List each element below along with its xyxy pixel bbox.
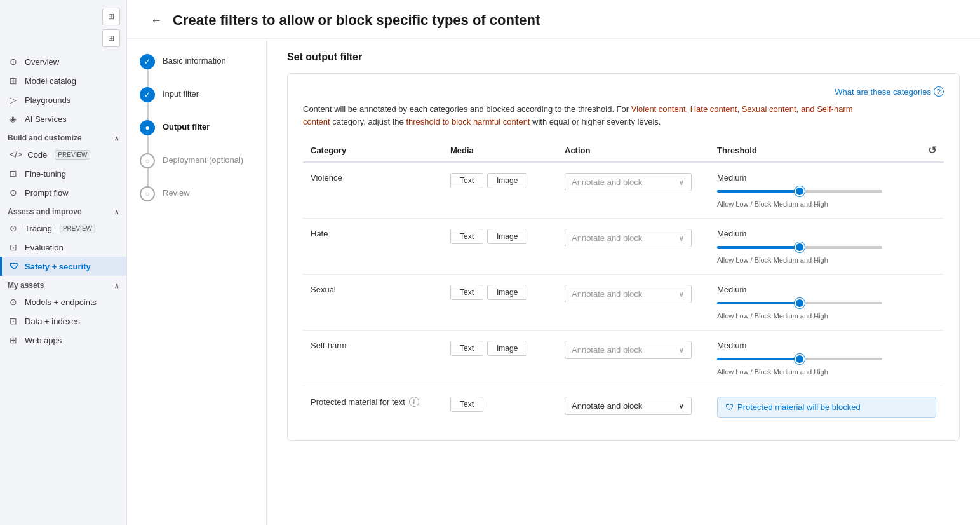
sidebar-item-prompt-flow[interactable]: ⊙ Prompt flow: [0, 183, 126, 202]
table-row: Violence Text Image Annotate and block: [303, 162, 944, 219]
sidebar-item-model-catalog[interactable]: ⊞ Model catalog: [0, 71, 126, 90]
action-select-self-harm[interactable]: Annotate and block ∨: [565, 341, 692, 359]
reset-icon[interactable]: ↺: [928, 144, 936, 156]
threshold-level-self-harm: Medium: [717, 341, 936, 350]
sidebar-item-safety-security[interactable]: 🛡 Safety + security: [0, 257, 126, 276]
slider-hate[interactable]: [717, 241, 882, 254]
web-apps-icon: ⊞: [10, 335, 20, 345]
highlight-categories: Violent content, Hate content, Sexual co…: [303, 104, 853, 126]
step-input-filter: ✓ Input filter: [140, 87, 253, 102]
sidebar-item-data-indexes[interactable]: ⊡ Data + indexes: [0, 311, 126, 331]
action-violence: Annotate and block ∨: [557, 162, 709, 219]
step-review: ○ Review: [140, 186, 253, 201]
chevron-up-icon-2: ∧: [114, 208, 119, 215]
threshold-protected-text: 🛡 Protected material will be blocked: [709, 386, 944, 428]
step-label-deployment: Deployment (optional): [163, 153, 243, 165]
page-title: Create filters to allow or block specifi…: [173, 12, 540, 29]
threshold-level-sexual: Medium: [717, 285, 936, 294]
action-select-violence[interactable]: Annotate and block ∨: [565, 173, 692, 191]
slider-violence[interactable]: [717, 185, 882, 198]
action-select-protected[interactable]: Annotate and block ∨: [565, 397, 692, 415]
media-self-harm: Text Image: [443, 331, 557, 386]
image-btn-self-harm[interactable]: Image: [487, 341, 527, 356]
sidebar-item-fine-tuning[interactable]: ⊡ Fine-tuning: [0, 164, 126, 183]
action-select-sexual[interactable]: Annotate and block ∨: [565, 285, 692, 303]
text-btn-self-harm[interactable]: Text: [450, 341, 483, 356]
col-action: Action: [557, 139, 709, 162]
step-connector-2: [147, 102, 149, 120]
data-indexes-icon: ⊡: [10, 316, 20, 326]
slider-hint-sexual: Allow Low / Block Medium and High: [717, 312, 936, 320]
back-button[interactable]: ←: [147, 11, 165, 29]
category-protected-text: Protected material for text i: [303, 386, 443, 428]
section-my-assets[interactable]: My assets ∧: [0, 276, 126, 292]
threshold-level-violence: Medium: [717, 173, 936, 182]
slider-hint-self-harm: Allow Low / Block Medium and High: [717, 368, 936, 376]
sidebar-item-tracing[interactable]: ⊙ Tracing PREVIEW: [0, 219, 126, 238]
step-output-filter: ● Output filter: [140, 120, 253, 135]
action-select-hate[interactable]: Annotate and block ∨: [565, 229, 692, 247]
text-btn-violence[interactable]: Text: [450, 173, 483, 188]
step-connector-1: [147, 69, 149, 87]
code-icon: </>: [10, 149, 22, 160]
expand-icon-1[interactable]: ⊞: [102, 8, 120, 25]
step-circle-input-filter: ✓: [140, 87, 155, 102]
section-title: Set output filter: [287, 51, 960, 63]
page-header: ← Create filters to allow or block speci…: [127, 0, 980, 39]
image-btn-violence[interactable]: Image: [487, 173, 527, 188]
sidebar-item-playgrounds[interactable]: ▷ Playgrounds: [0, 90, 126, 109]
content-area: Set output filter What are these categor…: [267, 39, 980, 525]
tracing-preview-badge: PREVIEW: [60, 224, 95, 233]
section-build-customize[interactable]: Build and customize ∧: [0, 128, 126, 145]
table-row: Self-harm Text Image Annotate and block: [303, 331, 944, 386]
playgrounds-icon: ▷: [10, 95, 20, 105]
slider-hint-hate: Allow Low / Block Medium and High: [717, 256, 936, 264]
col-media: Media: [443, 139, 557, 162]
media-sexual: Text Image: [443, 275, 557, 331]
text-btn-sexual[interactable]: Text: [450, 285, 483, 300]
step-connector-4: [147, 168, 149, 186]
table-row: Sexual Text Image Annotate and block: [303, 275, 944, 331]
model-catalog-icon: ⊞: [10, 76, 20, 86]
action-self-harm: Annotate and block ∨: [557, 331, 709, 386]
dropdown-chevron-self-harm: ∨: [678, 345, 685, 355]
prompt-flow-icon: ⊙: [10, 188, 20, 198]
dropdown-chevron-protected: ∨: [678, 401, 685, 411]
sidebar-item-code[interactable]: </> Code PREVIEW: [0, 145, 126, 164]
image-btn-hate[interactable]: Image: [487, 229, 527, 244]
filter-header-row: What are these categories ?: [303, 86, 944, 97]
step-circle-deployment: ○: [140, 153, 155, 168]
sidebar-item-models-endpoints[interactable]: ⊙ Models + endpoints: [0, 292, 126, 311]
highlight-threshold: threshold to block harmful content: [406, 117, 530, 126]
section-assess-improve[interactable]: Assess and improve ∧: [0, 202, 126, 219]
protected-badge: 🛡 Protected material will be blocked: [717, 397, 936, 418]
shield-icon: 🛡: [725, 402, 734, 412]
what-categories-link[interactable]: What are these categories ?: [835, 86, 944, 97]
text-btn-protected[interactable]: Text: [450, 397, 483, 412]
sidebar-item-ai-services[interactable]: ◈ AI Services: [0, 109, 126, 128]
chevron-up-icon: ∧: [114, 135, 119, 142]
sidebar-item-overview[interactable]: ⊙ Overview: [0, 52, 126, 71]
step-label-review: Review: [163, 186, 190, 198]
media-hate: Text Image: [443, 219, 557, 275]
slider-sexual[interactable]: [717, 297, 882, 310]
dropdown-chevron-violence: ∨: [678, 177, 685, 187]
action-protected-text: Annotate and block ∨: [557, 386, 709, 428]
table-row: Hate Text Image Annotate and block: [303, 219, 944, 275]
step-label-input-filter: Input filter: [163, 87, 199, 99]
sidebar-top-icons: ⊞ ⊞: [0, 5, 126, 52]
image-btn-sexual[interactable]: Image: [487, 285, 527, 300]
sidebar-item-web-apps[interactable]: ⊞ Web apps: [0, 331, 126, 350]
slider-self-harm[interactable]: [717, 353, 882, 365]
category-hate: Hate: [303, 219, 443, 275]
description-text: Content will be annotated by each catego…: [303, 103, 875, 128]
main-body: ✓ Basic information ✓ Input filter ● Out…: [127, 39, 980, 525]
filter-table: Category Media Action Threshold ↺: [303, 139, 944, 428]
dropdown-chevron-hate: ∨: [678, 233, 685, 243]
table-row: Protected material for text i Text: [303, 386, 944, 428]
stepper: ✓ Basic information ✓ Input filter ● Out…: [127, 39, 267, 525]
sidebar-item-evaluation[interactable]: ⊡ Evaluation: [0, 238, 126, 257]
text-btn-hate[interactable]: Text: [450, 229, 483, 244]
expand-icon-2[interactable]: ⊞: [102, 29, 120, 47]
info-icon-protected[interactable]: i: [409, 397, 419, 407]
